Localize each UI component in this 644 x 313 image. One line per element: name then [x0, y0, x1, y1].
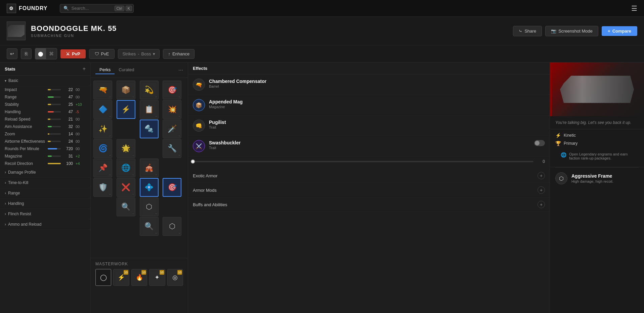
armor-mods-row[interactable]: Armor Mods + — [188, 183, 550, 197]
pve-button[interactable]: 🛡 PvE — [89, 49, 115, 59]
stat-row: Airborne Effectiveness 24 00 — [0, 138, 90, 145]
stat-label: Stability — [5, 102, 45, 107]
copy-button[interactable]: ⎘ — [21, 48, 32, 59]
perk-item[interactable]: ✨- — [93, 120, 112, 138]
stat-label: Zoom — [5, 132, 45, 136]
tab-perks[interactable]: Perks — [95, 66, 115, 74]
perk-dash: - — [156, 95, 157, 98]
collapsible-section[interactable]: ›Range — [0, 188, 90, 198]
masterwork-icon: ◯ — [100, 274, 107, 281]
stat-row: Rounds Per Minute 720 00 — [0, 145, 90, 152]
undo-icon: ↩ — [10, 51, 14, 56]
masterwork-item[interactable]: ✦10 — [149, 269, 165, 286]
perk-icon: 📌 — [98, 164, 108, 172]
perk-dash: - — [179, 114, 180, 118]
stat-row: Stability 25 +10 — [0, 101, 90, 108]
perk-item[interactable]: ⬡- — [140, 197, 159, 216]
perk-item[interactable]: 💫- — [140, 81, 159, 99]
stat-modifier: +10 — [76, 102, 86, 106]
stats-add-button[interactable]: + — [83, 66, 86, 72]
stat-value: 47 — [63, 95, 73, 99]
swashbuckler-toggle[interactable] — [534, 140, 545, 146]
masterwork-badge: 10 — [124, 270, 128, 275]
enhance-button[interactable]: ↑ Enhance — [163, 49, 195, 59]
masterwork-item[interactable]: ◎10 — [167, 269, 183, 286]
perk-item[interactable]: 🔍- — [117, 197, 135, 216]
swashbuckler-slider[interactable] — [193, 161, 533, 162]
mode-grid-button[interactable]: ⌘ — [46, 48, 57, 59]
perk-item[interactable]: 🔫- — [93, 81, 112, 99]
collapsible-section[interactable]: ›Flinch Resist — [0, 209, 90, 219]
perk-item[interactable]: 💥- — [163, 100, 181, 119]
chevron-down-icon: ▾ — [5, 79, 6, 83]
masterwork-item[interactable]: 🔥10 — [131, 269, 147, 286]
stat-value: 21 — [63, 117, 73, 122]
screenshot-button[interactable]: 📷 Screenshot Mode — [545, 26, 598, 36]
weapon-tags: ⚡ Kinetic 🏆 Primary 🌐 Open Legendary eng… — [550, 129, 644, 167]
perks-more-button[interactable]: ⋯ — [178, 68, 183, 73]
perk-item[interactable]: 🔩 — [140, 120, 159, 138]
search-bar[interactable]: 🔍 Ctrl K — [60, 4, 134, 13]
undo-button[interactable]: ↩ — [7, 48, 17, 59]
perk-item[interactable]: 🔧- — [163, 139, 181, 158]
perk-item[interactable]: ⚡ — [117, 100, 135, 119]
perk-item[interactable]: 🛡️- — [93, 178, 112, 197]
perk-item[interactable]: 🌐- — [117, 159, 135, 177]
collapsible-section[interactable]: ›Time-to-Kill — [0, 178, 90, 188]
perk-item[interactable]: 🌀- — [93, 139, 112, 158]
stat-bar — [48, 133, 49, 135]
hamburger-menu[interactable]: ☰ — [631, 4, 637, 12]
stat-value: 720 — [63, 146, 73, 151]
collapsible-section[interactable]: ›Handling — [0, 198, 90, 209]
perk-item[interactable]: 🔷- — [93, 100, 112, 119]
stat-label: Rounds Per Minute — [5, 146, 45, 151]
collapsible-section[interactable]: ›Damage Profile — [0, 167, 90, 178]
perk-item[interactable]: 💠 — [140, 178, 159, 197]
perk-item[interactable]: 🎯 — [163, 178, 181, 197]
side-panel: You're talking big. Let's see you back i… — [550, 62, 644, 313]
toolbar: ↩ ⎘ ⬤ ⌘ ⚔ PvP 🛡 PvE Strikes - Boss ▾ ↑ E… — [0, 45, 644, 62]
perk-dash: - — [132, 173, 133, 176]
perk-item[interactable]: 🎪- — [140, 159, 159, 177]
mode-dot-button[interactable]: ⬤ — [35, 48, 46, 59]
perk-item[interactable]: 🎯- — [163, 81, 181, 99]
perk-item[interactable]: 📦- — [117, 81, 135, 99]
stat-row: Handling 47 -5 — [0, 108, 90, 116]
share-button[interactable]: ⤷ Share — [513, 26, 542, 36]
masterwork-icon: ◎ — [172, 274, 178, 281]
basic-section-toggle[interactable]: ▾ Basic — [0, 76, 90, 86]
app-name: FOUNDRY — [19, 5, 48, 11]
tab-curated[interactable]: Curated — [115, 66, 138, 74]
search-shortcut: Ctrl K — [115, 6, 132, 11]
mode-toggle: ⬤ ⌘ — [35, 48, 57, 59]
armor-mods-add-button[interactable]: + — [538, 186, 545, 194]
perk-item[interactable]: 🗡️- — [163, 120, 181, 138]
pvp-button[interactable]: ⚔ PvP — [60, 49, 86, 58]
exotic-armor-label: Exotic Armor — [193, 173, 538, 178]
effect-type-mag: Magazine — [209, 105, 545, 109]
perk-item[interactable]: ❌- — [117, 178, 135, 197]
strikes-filter[interactable]: Strikes - Boss ▾ — [118, 49, 160, 59]
perk-icon: 🛡️ — [98, 183, 108, 192]
compare-button[interactable]: + Compare — [602, 26, 637, 36]
exotic-armor-add-button[interactable]: + — [538, 172, 545, 179]
stat-bar — [48, 104, 51, 105]
perk-item[interactable]: ⬡- — [163, 217, 181, 236]
perk-item[interactable]: 📌- — [93, 159, 112, 177]
chevron-right-icon: › — [5, 170, 6, 175]
masterwork-item[interactable]: ⚡10 — [113, 269, 129, 286]
perk-item[interactable]: 📋- — [140, 100, 159, 119]
collapsible-section[interactable]: ›Ammo and Reload — [0, 219, 90, 230]
stat-bar-container — [48, 89, 61, 90]
masterwork-item[interactable]: ◯ — [95, 269, 111, 286]
stat-bar-container — [48, 155, 61, 157]
perk-item[interactable]: 🌟- — [117, 139, 135, 158]
buffs-abilities-add-button[interactable]: + — [538, 201, 545, 208]
search-input[interactable] — [72, 6, 112, 11]
buffs-abilities-row[interactable]: Buffs and Abilities + — [188, 197, 550, 212]
perk-dash: - — [110, 153, 111, 157]
perk-icon: 🎪 — [144, 164, 154, 172]
perk-icon: 🔧 — [168, 144, 177, 153]
exotic-armor-row[interactable]: Exotic Armor + — [188, 169, 550, 183]
perk-item[interactable]: 🔍- — [140, 217, 159, 236]
